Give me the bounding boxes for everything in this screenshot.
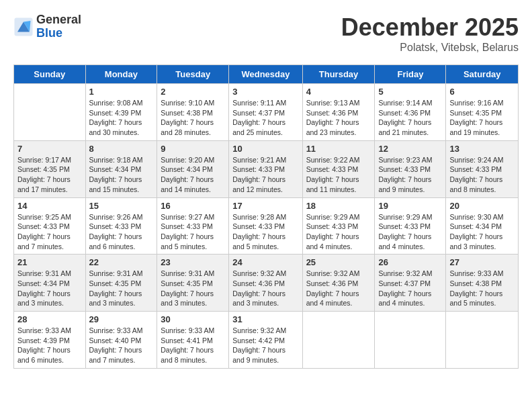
day-number: 27 <box>449 257 515 267</box>
calendar-cell: 29Sunrise: 9:33 AM Sunset: 4:40 PM Dayli… <box>85 312 157 369</box>
calendar-cell: 12Sunrise: 9:23 AM Sunset: 4:33 PM Dayli… <box>375 140 446 197</box>
day-info: Sunrise: 9:22 AM Sunset: 4:33 PM Dayligh… <box>306 155 371 195</box>
day-of-week-header: Friday <box>375 65 446 84</box>
day-info: Sunrise: 9:32 AM Sunset: 4:42 PM Dayligh… <box>232 326 298 365</box>
logo-icon <box>13 17 34 37</box>
calendar-cell: 15Sunrise: 9:26 AM Sunset: 4:33 PM Dayli… <box>85 197 157 255</box>
calendar-cell: 6Sunrise: 9:16 AM Sunset: 4:35 PM Daylig… <box>446 84 519 141</box>
calendar-cell: 18Sunrise: 9:29 AM Sunset: 4:33 PM Dayli… <box>302 197 375 255</box>
day-info: Sunrise: 9:23 AM Sunset: 4:33 PM Dayligh… <box>378 155 442 195</box>
calendar-cell: 31Sunrise: 9:32 AM Sunset: 4:42 PM Dayli… <box>229 312 302 369</box>
day-number: 20 <box>449 201 515 211</box>
calendar-cell: 27Sunrise: 9:33 AM Sunset: 4:38 PM Dayli… <box>446 255 519 312</box>
calendar-cell: 20Sunrise: 9:30 AM Sunset: 4:34 PM Dayli… <box>446 197 519 255</box>
logo-text: General Blue <box>36 13 81 40</box>
day-info: Sunrise: 9:32 AM Sunset: 4:37 PM Dayligh… <box>378 269 442 308</box>
day-number: 2 <box>161 87 225 97</box>
calendar-cell: 24Sunrise: 9:32 AM Sunset: 4:36 PM Dayli… <box>229 255 302 312</box>
calendar-cell: 22Sunrise: 9:31 AM Sunset: 4:35 PM Dayli… <box>85 255 157 312</box>
day-info: Sunrise: 9:20 AM Sunset: 4:34 PM Dayligh… <box>161 155 225 195</box>
day-info: Sunrise: 9:11 AM Sunset: 4:37 PM Dayligh… <box>232 98 298 138</box>
day-info: Sunrise: 9:29 AM Sunset: 4:33 PM Dayligh… <box>378 212 442 252</box>
day-number: 14 <box>17 201 82 211</box>
day-info: Sunrise: 9:16 AM Sunset: 4:35 PM Dayligh… <box>449 98 515 138</box>
day-info: Sunrise: 9:28 AM Sunset: 4:33 PM Dayligh… <box>232 212 298 252</box>
day-number: 4 <box>306 87 371 97</box>
location: Polatsk, Vitebsk, Belarus <box>341 42 519 54</box>
day-number: 11 <box>306 144 371 154</box>
calendar-cell: 5Sunrise: 9:14 AM Sunset: 4:36 PM Daylig… <box>375 84 446 141</box>
day-number: 28 <box>17 314 82 324</box>
day-info: Sunrise: 9:18 AM Sunset: 4:34 PM Dayligh… <box>89 155 154 195</box>
day-info: Sunrise: 9:29 AM Sunset: 4:33 PM Dayligh… <box>306 212 371 252</box>
day-number: 1 <box>89 87 154 97</box>
day-info: Sunrise: 9:32 AM Sunset: 4:36 PM Dayligh… <box>306 269 371 308</box>
month-title: December 2025 <box>341 13 519 42</box>
day-number: 26 <box>378 257 442 267</box>
calendar-table: SundayMondayTuesdayWednesdayThursdayFrid… <box>13 64 519 369</box>
calendar-cell: 2Sunrise: 9:10 AM Sunset: 4:38 PM Daylig… <box>157 84 229 141</box>
calendar-cell: 10Sunrise: 9:21 AM Sunset: 4:33 PM Dayli… <box>229 140 302 197</box>
day-of-week-header: Thursday <box>302 65 375 84</box>
day-number: 23 <box>161 257 225 267</box>
day-info: Sunrise: 9:24 AM Sunset: 4:33 PM Dayligh… <box>449 155 515 195</box>
day-info: Sunrise: 9:27 AM Sunset: 4:33 PM Dayligh… <box>161 212 225 252</box>
page-header: General Blue December 2025 Polatsk, Vite… <box>13 13 519 54</box>
day-info: Sunrise: 9:32 AM Sunset: 4:36 PM Dayligh… <box>232 269 298 308</box>
calendar-cell: 13Sunrise: 9:24 AM Sunset: 4:33 PM Dayli… <box>446 140 519 197</box>
day-info: Sunrise: 9:33 AM Sunset: 4:40 PM Dayligh… <box>89 326 154 365</box>
calendar-cell: 16Sunrise: 9:27 AM Sunset: 4:33 PM Dayli… <box>157 197 229 255</box>
day-number: 17 <box>232 201 298 211</box>
day-number: 30 <box>161 314 225 324</box>
day-number: 5 <box>378 87 442 97</box>
calendar-week-row: 7Sunrise: 9:17 AM Sunset: 4:35 PM Daylig… <box>14 140 519 197</box>
logo-general: General <box>36 13 81 27</box>
day-info: Sunrise: 9:13 AM Sunset: 4:36 PM Dayligh… <box>306 98 371 138</box>
day-of-week-header: Monday <box>85 65 157 84</box>
day-number: 29 <box>89 314 154 324</box>
day-of-week-header: Saturday <box>446 65 519 84</box>
calendar-cell: 26Sunrise: 9:32 AM Sunset: 4:37 PM Dayli… <box>375 255 446 312</box>
day-number: 24 <box>232 257 298 267</box>
calendar-cell: 11Sunrise: 9:22 AM Sunset: 4:33 PM Dayli… <box>302 140 375 197</box>
title-section: December 2025 Polatsk, Vitebsk, Belarus <box>341 13 519 54</box>
calendar-cell: 28Sunrise: 9:33 AM Sunset: 4:39 PM Dayli… <box>14 312 86 369</box>
day-of-week-header: Tuesday <box>157 65 229 84</box>
day-info: Sunrise: 9:25 AM Sunset: 4:33 PM Dayligh… <box>17 212 82 252</box>
calendar-cell: 3Sunrise: 9:11 AM Sunset: 4:37 PM Daylig… <box>229 84 302 141</box>
day-info: Sunrise: 9:33 AM Sunset: 4:41 PM Dayligh… <box>161 326 225 365</box>
calendar-cell: 8Sunrise: 9:18 AM Sunset: 4:34 PM Daylig… <box>85 140 157 197</box>
logo: General Blue <box>13 13 81 40</box>
day-number: 8 <box>89 144 154 154</box>
day-info: Sunrise: 9:21 AM Sunset: 4:33 PM Dayligh… <box>232 155 298 195</box>
calendar-cell: 25Sunrise: 9:32 AM Sunset: 4:36 PM Dayli… <box>302 255 375 312</box>
calendar-week-row: 14Sunrise: 9:25 AM Sunset: 4:33 PM Dayli… <box>14 197 519 255</box>
calendar-header-row: SundayMondayTuesdayWednesdayThursdayFrid… <box>14 65 519 84</box>
calendar-cell: 21Sunrise: 9:31 AM Sunset: 4:34 PM Dayli… <box>14 255 86 312</box>
logo-blue: Blue <box>36 27 81 40</box>
day-number: 18 <box>306 201 371 211</box>
day-info: Sunrise: 9:31 AM Sunset: 4:35 PM Dayligh… <box>161 269 225 308</box>
day-info: Sunrise: 9:30 AM Sunset: 4:34 PM Dayligh… <box>449 212 515 252</box>
day-info: Sunrise: 9:08 AM Sunset: 4:39 PM Dayligh… <box>89 98 154 138</box>
day-info: Sunrise: 9:14 AM Sunset: 4:36 PM Dayligh… <box>378 98 442 138</box>
calendar-cell: 30Sunrise: 9:33 AM Sunset: 4:41 PM Dayli… <box>157 312 229 369</box>
day-info: Sunrise: 9:26 AM Sunset: 4:33 PM Dayligh… <box>89 212 154 252</box>
day-number: 19 <box>378 201 442 211</box>
calendar-cell <box>375 312 446 369</box>
day-number: 6 <box>449 87 515 97</box>
day-info: Sunrise: 9:17 AM Sunset: 4:35 PM Dayligh… <box>17 155 82 195</box>
calendar-week-row: 1Sunrise: 9:08 AM Sunset: 4:39 PM Daylig… <box>14 84 519 141</box>
day-info: Sunrise: 9:10 AM Sunset: 4:38 PM Dayligh… <box>161 98 225 138</box>
day-number: 9 <box>161 144 225 154</box>
day-info: Sunrise: 9:31 AM Sunset: 4:34 PM Dayligh… <box>17 269 82 308</box>
day-number: 31 <box>232 314 298 324</box>
day-of-week-header: Wednesday <box>229 65 302 84</box>
day-number: 13 <box>449 144 515 154</box>
day-number: 25 <box>306 257 371 267</box>
day-info: Sunrise: 9:33 AM Sunset: 4:39 PM Dayligh… <box>17 326 82 365</box>
calendar-cell: 4Sunrise: 9:13 AM Sunset: 4:36 PM Daylig… <box>302 84 375 141</box>
day-number: 22 <box>89 257 154 267</box>
day-info: Sunrise: 9:31 AM Sunset: 4:35 PM Dayligh… <box>89 269 154 308</box>
calendar-cell: 23Sunrise: 9:31 AM Sunset: 4:35 PM Dayli… <box>157 255 229 312</box>
